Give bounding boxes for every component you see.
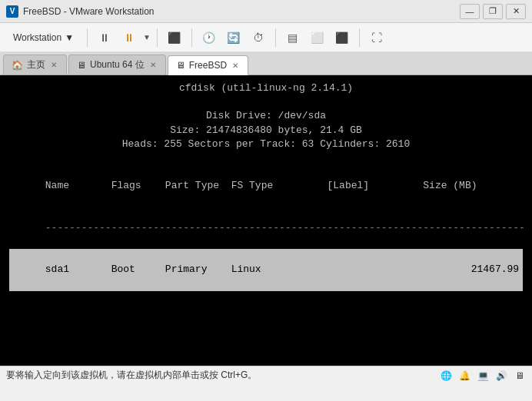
- tabs-bar: 🏠 主页 ✕ 🖥 Ubuntu 64 位 ✕ 🖥 FreeBSD ✕: [0, 52, 532, 75]
- tab-freebsd-close[interactable]: ✕: [231, 61, 240, 70]
- toolbar-divider-4: [275, 28, 276, 47]
- history2-icon: 🔄: [227, 31, 240, 44]
- view2-button[interactable]: ⬜: [307, 27, 328, 48]
- toolbar-dropdown-icon: ▼: [143, 33, 151, 41]
- title-bar-controls: — ❐ ✕: [460, 4, 526, 19]
- history1-button[interactable]: 🕐: [198, 27, 220, 48]
- fullscreen-button[interactable]: ⛶: [366, 27, 387, 48]
- columns-header: Name Flags Part Type FS Type [Label] Siz…: [9, 165, 523, 207]
- network-status-icon: 🌐: [440, 370, 452, 382]
- notification-icon: 🔔: [458, 370, 470, 382]
- disk-drive-line: Disk Drive: /dev/sda: [9, 109, 523, 123]
- pause-icon: ⏸: [99, 31, 110, 44]
- ubuntu-tab-icon: 🖥: [77, 60, 86, 71]
- monitor-icon: 🖥: [514, 370, 526, 382]
- title-bar: V FreeBSD - VMware Workstation — ❐ ✕: [0, 0, 532, 23]
- pause-button[interactable]: ⏸: [94, 27, 115, 48]
- device-icon: 💻: [477, 370, 489, 382]
- pause2-icon: ⏸: [124, 31, 135, 44]
- dropdown-arrow-icon: ▼: [65, 32, 74, 43]
- capture-icon: ⬛: [168, 31, 181, 44]
- separator-text: ----------------------------------------…: [33, 222, 525, 234]
- cfdisk-title: cfdisk (util-linux-ng 2.14.1): [179, 82, 353, 94]
- view1-icon: ▤: [288, 31, 298, 44]
- minimize-button[interactable]: —: [460, 4, 480, 19]
- history1-icon: 🕐: [202, 31, 215, 44]
- disk-size-line: Size: 21474836480 bytes, 21.4 GB: [9, 124, 523, 138]
- vm-screen[interactable]: cfdisk (util-linux-ng 2.14.1) Disk Drive…: [0, 75, 532, 366]
- tab-home-label: 主页: [27, 58, 45, 71]
- history2-button[interactable]: 🔄: [223, 27, 244, 48]
- toolbar-divider-3: [191, 28, 192, 47]
- close-button[interactable]: ✕: [506, 4, 526, 19]
- title-bar-left: V FreeBSD - VMware Workstation: [6, 5, 155, 18]
- partition-row: sda1 Boot Primary Linux 21467.99: [9, 249, 523, 291]
- toolbar: Workstation ▼ ⏸ ⏸ ▼ ⬛ 🕐 🔄 ⏱ ▤ ⬜ ⬛ ⛶: [0, 23, 532, 52]
- view1-button[interactable]: ▤: [282, 27, 304, 48]
- cfdisk-header: cfdisk (util-linux-ng 2.14.1): [9, 81, 523, 95]
- app-icon: V: [6, 5, 18, 18]
- status-message: 要将输入定向到该虚拟机，请在虚拟机内部单击或按 Ctrl+G。: [6, 369, 257, 382]
- history3-button[interactable]: ⏱: [248, 27, 269, 48]
- status-bar-icons: 🌐 🔔 💻 🔊 🖥: [440, 370, 526, 382]
- capture-button[interactable]: ⬛: [164, 27, 185, 48]
- tab-ubuntu-label: Ubuntu 64 位: [90, 58, 145, 71]
- partition-data: sda1 Boot Primary Linux 21467.99: [33, 263, 519, 275]
- window-title: FreeBSD - VMware Workstation: [23, 6, 155, 17]
- separator-line: ----------------------------------------…: [9, 207, 523, 250]
- history3-icon: ⏱: [253, 31, 264, 44]
- tab-freebsd-label: FreeBSD: [189, 60, 227, 71]
- view3-button[interactable]: ⬛: [331, 27, 353, 48]
- restore-button[interactable]: ❐: [483, 4, 503, 19]
- disk-params-line: Heads: 255 Sectors per Track: 63 Cylinde…: [9, 138, 523, 151]
- toolbar-divider-1: [87, 28, 88, 47]
- columns-text: Name Flags Part Type FS Type [Label] Siz…: [33, 180, 477, 191]
- tab-ubuntu[interactable]: 🖥 Ubuntu 64 位 ✕: [68, 55, 166, 75]
- tab-home-close[interactable]: ✕: [49, 61, 58, 69]
- disk-size-text: Size: 21474836480 bytes, 21.4 GB: [170, 124, 362, 136]
- tab-ubuntu-close[interactable]: ✕: [148, 61, 158, 69]
- tab-home[interactable]: 🏠 主页 ✕: [3, 55, 67, 75]
- toolbar-divider-5: [359, 28, 360, 47]
- workstation-label: Workstation: [13, 32, 62, 43]
- toolbar-divider-2: [157, 28, 158, 47]
- pause2-button[interactable]: ⏸: [118, 27, 140, 48]
- tab-freebsd[interactable]: 🖥 FreeBSD ✕: [168, 55, 248, 75]
- view2-icon: ⬜: [311, 31, 324, 44]
- fullscreen-icon: ⛶: [371, 31, 382, 44]
- sound-icon: 🔊: [495, 370, 507, 382]
- status-bar: 要将输入定向到该虚拟机，请在虚拟机内部单击或按 Ctrl+G。 🌐 🔔 💻 🔊 …: [0, 366, 532, 384]
- home-tab-icon: 🏠: [12, 60, 23, 71]
- freebsd-tab-icon: 🖥: [176, 60, 185, 71]
- view3-icon: ⬛: [335, 31, 348, 44]
- workstation-menu-button[interactable]: Workstation ▼: [6, 27, 81, 48]
- disk-drive-text: Disk Drive: /dev/sda: [206, 110, 326, 121]
- disk-params-text: Heads: 255 Sectors per Track: 63 Cylinde…: [122, 138, 410, 150]
